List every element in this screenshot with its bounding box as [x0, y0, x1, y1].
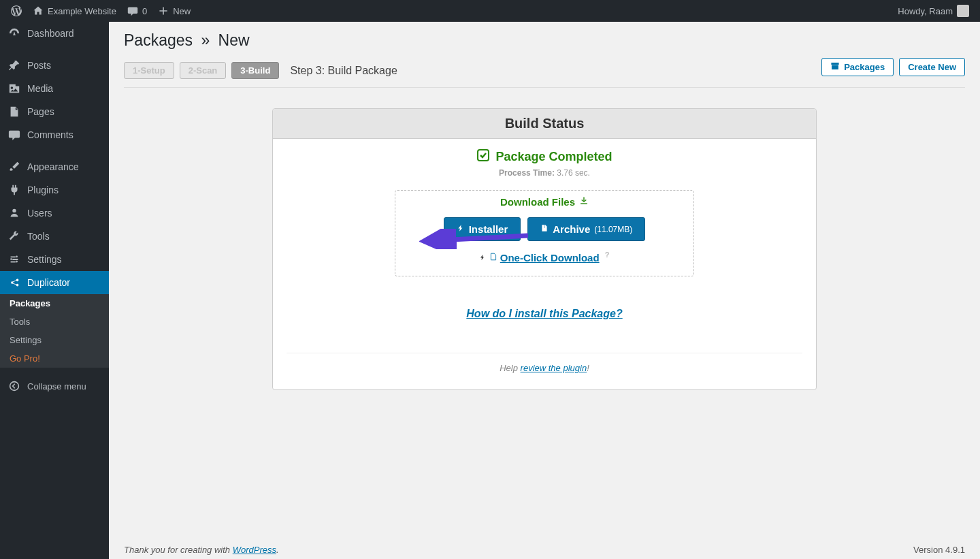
- sidebar-item-posts[interactable]: Posts: [0, 54, 109, 77]
- sidebar-item-label: Users: [27, 208, 52, 219]
- wp-logo[interactable]: [5, 0, 27, 22]
- page-icon: [8, 106, 20, 118]
- sidebar-item-pages[interactable]: Pages: [0, 100, 109, 123]
- wordpress-icon: [11, 5, 22, 16]
- step-2-scan[interactable]: 2-Scan: [180, 62, 227, 79]
- avatar: [957, 5, 969, 17]
- new-menu[interactable]: New: [152, 0, 196, 22]
- sidebar-item-dashboard[interactable]: Dashboard: [0, 22, 109, 45]
- sidebar-item-label: Tools: [27, 231, 50, 242]
- archive-button[interactable]: Archive (11.07MB): [527, 217, 645, 241]
- process-time: Process Time: 3.76 sec.: [287, 168, 802, 178]
- sidebar-item-appearance[interactable]: Appearance: [0, 155, 109, 178]
- packages-button[interactable]: Packages: [821, 58, 894, 76]
- sidebar-item-media[interactable]: Media: [0, 77, 109, 100]
- collapse-menu[interactable]: Collapse menu: [0, 373, 109, 399]
- submenu-settings[interactable]: Settings: [0, 331, 109, 349]
- home-icon: [33, 5, 44, 16]
- comments-count-value: 0: [142, 6, 147, 16]
- create-new-button[interactable]: Create New: [899, 58, 965, 76]
- one-click-link[interactable]: One-Click Download: [500, 252, 600, 263]
- sidebar-item-duplicator[interactable]: Duplicator: [0, 271, 109, 294]
- howdy-text: Howdy, Raam: [898, 6, 953, 16]
- sidebar-item-label: Settings: [27, 254, 62, 265]
- wrench-icon: [8, 230, 20, 242]
- submenu-tools[interactable]: Tools: [0, 313, 109, 331]
- sidebar-item-label: Media: [27, 83, 53, 94]
- sidebar-item-label: Comments: [27, 129, 74, 140]
- wordpress-link[interactable]: WordPress: [233, 545, 276, 555]
- share-icon: [8, 276, 20, 289]
- sidebar-item-users[interactable]: Users: [0, 202, 109, 225]
- site-name-text: Example Website: [48, 6, 116, 16]
- plug-icon: [8, 184, 20, 196]
- step-3-build[interactable]: 3-Build: [231, 62, 279, 79]
- admin-footer: Thank you for creating with WordPress. V…: [124, 535, 965, 559]
- sidebar-item-settings[interactable]: Settings: [0, 248, 109, 271]
- collapse-label: Collapse menu: [27, 381, 86, 392]
- sidebar-item-label: Posts: [27, 60, 51, 71]
- main-content: Packages » New 1-Setup 2-Scan 3-Build St…: [109, 22, 980, 559]
- media-icon: [8, 82, 20, 95]
- download-box: Download Files Installer Archive (11.07M…: [395, 190, 694, 276]
- archive-box-icon: [830, 61, 840, 73]
- pin-icon: [8, 59, 20, 71]
- step-label: Step 3: Build Package: [290, 65, 397, 77]
- comment-icon: [8, 129, 20, 141]
- howdy-user[interactable]: Howdy, Raam: [892, 0, 975, 22]
- file-icon: [489, 252, 497, 263]
- download-title: Download Files: [500, 196, 589, 208]
- installer-button[interactable]: Installer: [444, 217, 521, 241]
- panel-header: Build Status: [273, 109, 816, 139]
- review-plugin-link[interactable]: review the plugin: [521, 363, 587, 373]
- admin-bar: Example Website 0 New Howdy, Raam: [0, 0, 980, 22]
- status-line: Package Completed: [287, 148, 802, 165]
- svg-point-0: [10, 382, 19, 391]
- sidebar-item-tools[interactable]: Tools: [0, 225, 109, 248]
- submenu-go-pro[interactable]: Go Pro!: [0, 349, 109, 368]
- sidebar-item-label: Appearance: [27, 161, 79, 172]
- sidebar-item-comments[interactable]: Comments: [0, 123, 109, 146]
- plus-icon: [158, 5, 169, 16]
- sidebar-submenu: Packages Tools Settings Go Pro!: [0, 294, 109, 368]
- install-help-link: How do I install this Package?: [287, 308, 802, 320]
- bolt-icon: [479, 252, 486, 263]
- check-icon: [476, 148, 490, 165]
- brush-icon: [8, 161, 20, 173]
- submenu-packages[interactable]: Packages: [0, 294, 109, 313]
- step-1-setup[interactable]: 1-Setup: [124, 62, 174, 79]
- steps-row: 1-Setup 2-Scan 3-Build Step 3: Build Pac…: [124, 58, 965, 88]
- download-icon: [579, 196, 589, 208]
- version-text: Version 4.9.1: [913, 545, 965, 555]
- collapse-icon: [8, 380, 20, 392]
- sidebar-item-label: Duplicator: [27, 277, 70, 288]
- admin-sidebar: Dashboard Posts Media Pages Comments App…: [0, 22, 109, 559]
- sidebar-item-label: Pages: [27, 106, 54, 117]
- help-icon[interactable]: ?: [605, 251, 610, 259]
- page-title: Packages » New: [124, 29, 965, 58]
- site-name[interactable]: Example Website: [27, 0, 122, 22]
- sidebar-item-label: Dashboard: [27, 28, 74, 39]
- sidebar-item-plugins[interactable]: Plugins: [0, 178, 109, 202]
- build-status-panel: Build Status Package Completed Process T…: [272, 108, 817, 390]
- review-line: Help review the plugin!: [287, 353, 802, 373]
- file-zip-icon: [540, 223, 549, 235]
- dashboard-icon: [8, 27, 20, 39]
- user-icon: [8, 207, 20, 219]
- sidebar-item-label: Plugins: [27, 185, 59, 195]
- settings-icon: [8, 253, 20, 266]
- how-install-link[interactable]: How do I install this Package?: [466, 308, 622, 319]
- comments-count[interactable]: 0: [122, 0, 152, 22]
- bolt-icon: [457, 223, 465, 235]
- new-label: New: [173, 6, 191, 16]
- one-click-download: One-Click Download ?: [404, 251, 685, 263]
- comment-icon: [127, 5, 138, 16]
